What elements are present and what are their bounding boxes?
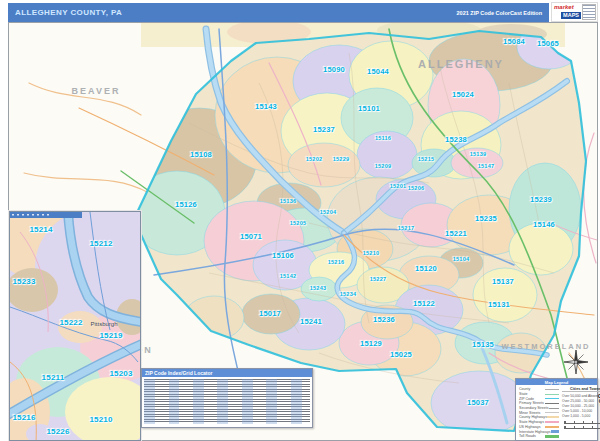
map-poster-page: 1508415065150441509015024151431510115237… [0, 0, 600, 441]
secondary-line-swatch [549, 408, 559, 409]
legend-line-label: Minor Streets [519, 411, 540, 415]
zip-index-table-rows [144, 379, 310, 424]
page-title: ALLEGHENY COUNTY, PA [15, 8, 122, 17]
logo-side-panel [582, 4, 596, 20]
publisher-logo: market MAPS [551, 2, 598, 22]
scale-bar-kilometers [564, 426, 600, 429]
zip-index-table[interactable]: ZIP Code Index/Grid Locator [141, 368, 313, 428]
city-population-range: Over 10,000 - 25,000 [562, 404, 594, 408]
city-population-row: Over 1,000 - 5,000City [562, 414, 600, 419]
scale-bars [562, 421, 600, 429]
legend-line-label: ZIP Code [519, 397, 534, 401]
interstate-line-swatch [551, 430, 559, 433]
legend-line-row: Toll Roads [519, 434, 559, 439]
legend-line-label: Secondary Streets [519, 406, 549, 410]
inset-canvas [10, 212, 141, 441]
scale-bar-miles [564, 421, 600, 424]
legend-line-label: State Highways [519, 420, 544, 424]
us-hwy-line-swatch [545, 426, 559, 428]
edition-label: 2021 ZIP Code ColorCast Edition [457, 10, 542, 16]
zip-line-swatch [545, 398, 559, 399]
county-line-swatch [545, 389, 559, 390]
city-population-row: Over 50,000 and AboveCity [562, 393, 600, 398]
toll-line-swatch [545, 435, 559, 438]
legend-line-label: Primary Streets [519, 401, 544, 405]
inset-title-bar [10, 212, 82, 218]
city-population-range: Over 25,000 - 50,000 [562, 399, 594, 403]
legend-cities-title: Cities and Towns [562, 387, 600, 392]
legend-line-label: US Highways [519, 425, 541, 429]
state-hwy-line-swatch [545, 421, 559, 423]
brand-logo-icon: market MAPS [553, 4, 581, 20]
legend-line-items: CountyStateZIP CodePrimary StreetsSecond… [519, 387, 559, 439]
state-line-swatch [545, 394, 559, 395]
compass-rose-icon [563, 349, 589, 375]
city-population-range: Over 50,000 and Above [562, 394, 598, 398]
legend-line-label: Interstate Highways [519, 430, 551, 434]
county-hwy-line-swatch [547, 416, 559, 418]
title-bar: ALLEGHENY COUNTY, PA 2021 ZIP Code Color… [8, 3, 549, 22]
zip-index-table-title: ZIP Code Index/Grid Locator [142, 369, 312, 377]
legend-line-label: State [519, 392, 527, 396]
primary-line-swatch [545, 403, 559, 404]
minor-line-swatch [545, 412, 559, 413]
legend-line-label: County [519, 387, 530, 391]
legend-line-label: County Highways [519, 415, 547, 419]
map-legend: Map Legend CountyStateZIP CodePrimary St… [515, 378, 598, 441]
city-population-range: Over 1,000 - 5,000 [562, 414, 590, 418]
legend-line-label: Toll Roads [519, 434, 536, 438]
legend-cities: Cities and Towns Over 50,000 and AboveCi… [562, 387, 600, 439]
downtown-inset-map[interactable]: 1521415212152331522215219152111520315216… [9, 211, 141, 441]
city-population-range: Over 5,000 - 10,000 [562, 409, 592, 413]
